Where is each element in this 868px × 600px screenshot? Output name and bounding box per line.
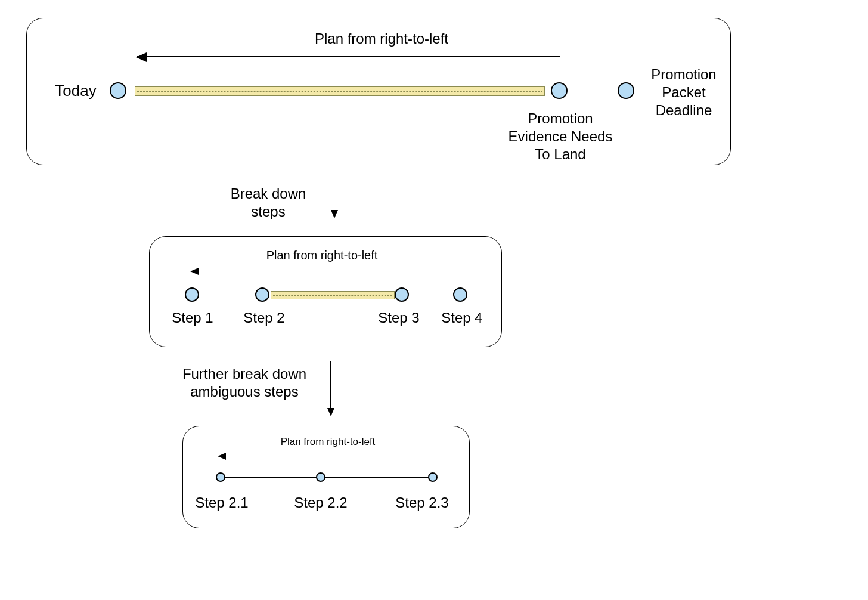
- panel3-node-step21: [216, 472, 225, 482]
- panel2-label-step2: Step 2: [231, 309, 297, 327]
- panel1-node-today: [110, 82, 126, 99]
- connector2-arrow: [330, 361, 331, 415]
- connector1-arrow: [334, 181, 334, 217]
- panel2-label-step1: Step 1: [160, 309, 225, 327]
- panel1-arrow-caption: Plan from right-to-left: [227, 30, 537, 48]
- panel2-node-step1: [185, 287, 199, 302]
- panel3-label-step21: Step 2.1: [186, 494, 258, 512]
- panel2-label-step3: Step 3: [366, 309, 432, 327]
- panel1-node-deadline: [618, 82, 634, 99]
- panel3-label-step22: Step 2.2: [285, 494, 356, 512]
- diagram-root: Plan from right-to-left Today Promotion …: [0, 0, 868, 600]
- panel3-timeline: [221, 477, 434, 478]
- panel1-rtl-arrow: [137, 56, 560, 57]
- panel2-rtl-arrow: [191, 271, 465, 271]
- panel2-highlight: [271, 291, 395, 299]
- panel2-node-step3: [395, 287, 409, 302]
- panel2-label-step4: Step 4: [429, 309, 495, 327]
- panel2-arrow-caption: Plan from right-to-left: [238, 248, 405, 263]
- panel1-label-today: Today: [43, 81, 108, 101]
- connector1-caption: Break down steps: [209, 185, 328, 221]
- panel2-node-step4: [453, 287, 467, 302]
- panel1-label-evidence: Promotion Evidence Needs To Land: [495, 110, 626, 163]
- panel1-label-deadline: Promotion Packet Deadline: [639, 66, 728, 119]
- panel2-node-step2: [255, 287, 269, 302]
- panel3-rtl-arrow: [218, 456, 433, 456]
- panel3-node-step22: [316, 472, 326, 482]
- panel3-label-step23: Step 2.3: [386, 494, 458, 512]
- connector2-caption: Further break down ambiguous steps: [167, 365, 322, 401]
- panel3-node-step23: [428, 472, 438, 482]
- panel1-node-evidence: [551, 82, 568, 99]
- panel3-arrow-caption: Plan from right-to-left: [250, 435, 405, 448]
- panel1-highlight: [135, 86, 545, 96]
